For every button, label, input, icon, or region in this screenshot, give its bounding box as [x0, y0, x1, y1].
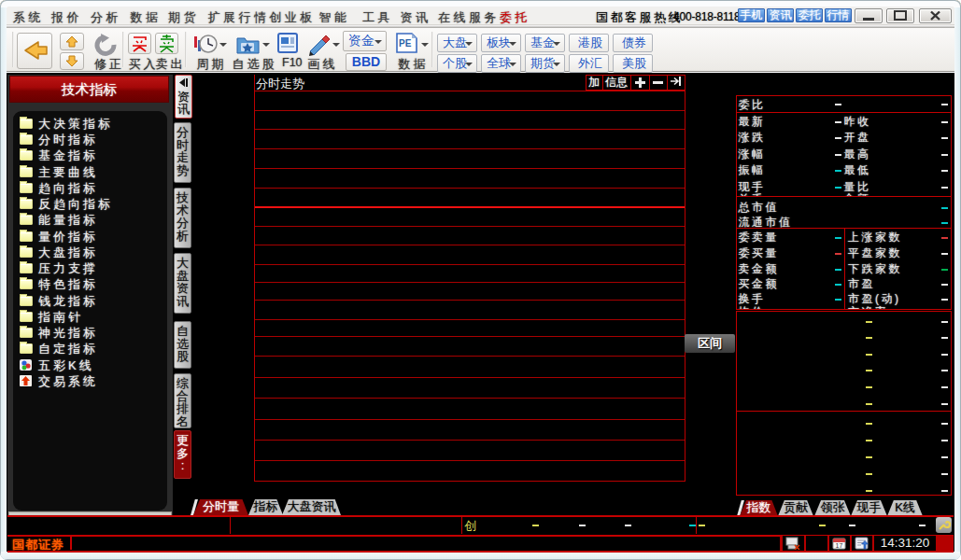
svg-text:PE: PE: [399, 38, 412, 49]
svg-text:17: 17: [836, 542, 843, 549]
